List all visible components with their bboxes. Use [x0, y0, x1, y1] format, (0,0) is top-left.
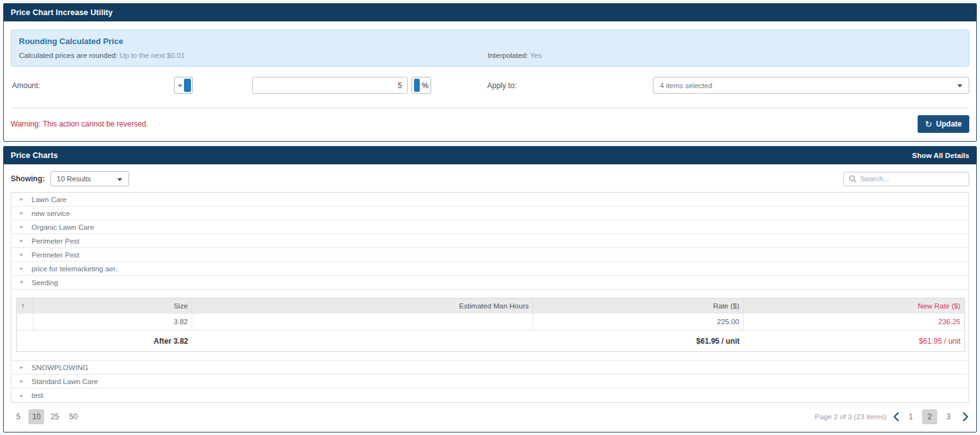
list-item-label: Seeding [32, 279, 58, 286]
caret-right-icon: ▸ [20, 393, 26, 398]
list-item-label: Lawn Care [32, 196, 67, 203]
search-input[interactable] [860, 175, 964, 183]
list-item-label: test [32, 392, 43, 399]
sort-ascending-icon[interactable]: ↑ [17, 298, 33, 314]
list-item-label: Standard Lawn Care [32, 378, 98, 385]
page-size-25-button[interactable]: 25 [47, 409, 62, 424]
list-item[interactable]: ▸ price for telemarketing aer. [11, 262, 969, 276]
page: Price Chart Increase Utility Rounding Ca… [0, 0, 980, 432]
page-size-50-button[interactable]: 50 [66, 409, 81, 424]
caret-right-icon: ▸ [20, 196, 26, 202]
unit-toggle-handle[interactable] [414, 79, 420, 92]
footer-hours-cell [192, 330, 533, 352]
list-item[interactable]: ▸ new service [11, 206, 969, 220]
panel2-title: Price Charts [11, 151, 58, 160]
rounding-label: Calculated prices are rounded: [19, 52, 118, 59]
footer-new-rate-value: $61.95 / unit [744, 330, 965, 352]
panel1-title: Price Chart Increase Utility [11, 8, 113, 17]
rounding-value: Up to the next $0.01 [120, 52, 185, 59]
apply-to-select[interactable]: 4 items selected [653, 77, 969, 94]
sign-toggle-handle[interactable] [184, 79, 191, 92]
page-3-button[interactable]: 3 [941, 409, 956, 424]
rounding-info-box: Rounding Calculated Price Calculated pri… [11, 30, 969, 67]
list-item-label: Perimeter Pest [32, 251, 79, 259]
column-header-size[interactable]: Size [33, 298, 192, 314]
price-chart-list: ▸ Lawn Care ▸ new service ▸ Organic Lawn… [11, 192, 969, 403]
update-button[interactable]: ↻ Update [918, 115, 969, 133]
apply-to-value: 4 items selected [660, 82, 712, 89]
list-item-expanded[interactable]: ▾ Seeding [11, 276, 969, 290]
rounding-info-title: Rounding Calculated Price [19, 37, 961, 46]
list-item[interactable]: ▸ Organic Lawn Care [11, 220, 969, 234]
page-2-button[interactable]: 2 [922, 409, 937, 424]
page-1-button[interactable]: 1 [903, 409, 918, 424]
row-handle-cell [17, 314, 33, 330]
column-header-rate[interactable]: Rate ($) [533, 298, 744, 314]
search-box[interactable] [843, 172, 969, 186]
chevron-down-icon [957, 84, 962, 88]
amount-row: Amount: + % Apply to: 4 items selected [11, 76, 969, 95]
list-item-label: new service [32, 210, 70, 217]
footer-rate-value: $61.95 / unit [533, 330, 744, 352]
update-button-label: Update [936, 120, 962, 128]
warning-row: Warning: This action cannot be reversed.… [11, 108, 969, 141]
column-header-estimated-man-hours[interactable]: Estimated Man Hours [192, 298, 533, 314]
plus-sign-label: + [178, 81, 183, 90]
page-info-text: Page 2 of 3 (23 items) [815, 413, 886, 421]
caret-right-icon: ▸ [20, 238, 26, 244]
caret-right-icon: ▸ [20, 210, 26, 216]
caret-right-icon: ▸ [20, 224, 26, 230]
rates-table-header-row: ↑ Size Estimated Man Hours Rate ($) New … [17, 298, 965, 314]
results-per-page-select[interactable]: 10 Results [50, 171, 129, 186]
page-size-selector: 5 10 25 50 [11, 409, 84, 424]
list-item[interactable]: ▸ SNOWPLOWING [11, 361, 969, 375]
caret-right-icon: ▸ [20, 364, 26, 370]
table-row: 3.82 225.00 236.25 [17, 314, 965, 330]
next-page-chevron-icon[interactable] [962, 412, 969, 422]
list-controls-row: Showing: 10 Results [4, 164, 976, 192]
previous-page-chevron-icon[interactable] [892, 412, 899, 422]
list-item[interactable]: ▸ Lawn Care [11, 193, 969, 206]
showing-label: Showing: [11, 174, 45, 183]
list-item-label: price for telemarketing aer. [32, 265, 117, 273]
list-item[interactable]: ▸ Perimeter Pest [11, 234, 969, 248]
column-header-new-rate[interactable]: New Rate ($) [744, 298, 965, 314]
expanded-detail-section: ↑ Size Estimated Man Hours Rate ($) New … [11, 290, 969, 361]
list-item-label: Organic Lawn Care [32, 223, 94, 231]
unit-toggle[interactable]: % [412, 77, 431, 94]
list-item[interactable]: ▸ Perimeter Pest [11, 248, 969, 262]
apply-to-label: Apply to: [487, 81, 517, 90]
showing-control: Showing: 10 Results [11, 171, 129, 186]
list-item-label: Perimeter Pest [32, 237, 79, 245]
pagination-bar: 5 10 25 50 Page 2 of 3 (23 items) 1 2 3 [4, 403, 976, 432]
list-item[interactable]: ▸ Standard Lawn Care [11, 375, 969, 388]
warning-text: Warning: This action cannot be reversed. [11, 120, 148, 128]
footer-size-value: After 3.82 [33, 330, 192, 352]
rate-value: 225.00 [533, 314, 744, 330]
caret-right-icon: ▸ [20, 266, 26, 271]
rates-table: ↑ Size Estimated Man Hours Rate ($) New … [16, 298, 965, 352]
page-navigation: Page 2 of 3 (23 items) 1 2 3 [815, 409, 969, 424]
panel2-header: Price Charts Show All Details [4, 147, 976, 164]
sign-toggle[interactable]: + [174, 77, 193, 94]
caret-right-icon: ▸ [20, 378, 26, 384]
page-size-10-button[interactable]: 10 [28, 409, 44, 424]
size-value: 3.82 [33, 314, 192, 330]
show-all-details-link[interactable]: Show All Details [912, 152, 969, 159]
price-charts-panel: Price Charts Show All Details Showing: 1… [3, 146, 977, 432]
footer-handle-cell [17, 330, 33, 352]
list-item[interactable]: ▸ test [11, 388, 969, 402]
panel1-body: Rounding Calculated Price Calculated pri… [4, 21, 976, 141]
search-icon [849, 175, 856, 183]
list-item-label: SNOWPLOWING [32, 364, 88, 371]
percent-sign-label: % [422, 81, 429, 90]
amount-label: Amount: [12, 81, 40, 90]
panel1-header: Price Chart Increase Utility [4, 4, 976, 21]
chevron-down-icon [117, 178, 122, 181]
caret-down-icon: ▾ [20, 280, 26, 285]
amount-input[interactable] [252, 77, 408, 94]
table-footer-row: After 3.82 $61.95 / unit $61.95 / unit [17, 330, 965, 352]
interpolated-value: Yes [530, 52, 542, 59]
page-size-5-button[interactable]: 5 [11, 409, 26, 424]
sync-icon: ↻ [925, 119, 933, 129]
